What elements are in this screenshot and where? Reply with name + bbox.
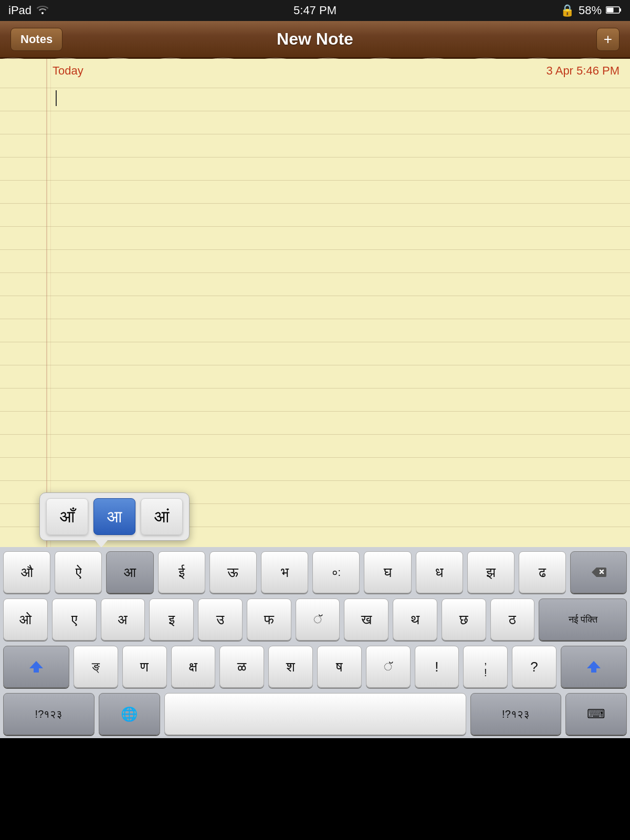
popup-key-2[interactable]: आं bbox=[141, 498, 183, 535]
key-row-1: औ ऐ आ ई ऊ भ ०: घ ध झ ढ bbox=[3, 551, 627, 593]
ruled-line bbox=[0, 388, 630, 388]
key-chandrabindu[interactable]: ॅ bbox=[296, 598, 340, 640]
ruled-line bbox=[0, 411, 630, 412]
back-button[interactable]: Notes bbox=[10, 28, 62, 51]
margin-line bbox=[46, 59, 47, 547]
key-ai[interactable]: ऐ bbox=[55, 551, 102, 593]
key-gha[interactable]: घ bbox=[364, 551, 411, 593]
note-area[interactable]: Today 3 Apr 5:46 PM आँ आ आं bbox=[0, 59, 630, 547]
key-nna[interactable]: ण bbox=[122, 646, 167, 688]
key-u[interactable]: उ bbox=[198, 598, 243, 640]
status-left: iPad bbox=[8, 4, 48, 17]
nav-bar: Notes New Note + bbox=[0, 21, 630, 59]
newline-key[interactable]: नई पंक्ति bbox=[539, 598, 627, 640]
battery-percent: 58% bbox=[579, 4, 602, 17]
key-kha[interactable]: ख bbox=[344, 598, 388, 640]
popup-selector: आँ आ आं bbox=[39, 492, 190, 541]
shift-key-right[interactable] bbox=[561, 646, 627, 688]
key-exclaim[interactable]: ! bbox=[415, 646, 459, 688]
text-cursor bbox=[56, 90, 57, 106]
keyboard-dismiss-key[interactable]: ⌨ bbox=[565, 693, 627, 735]
key-row-3: ङ् ण क्ष ळ श ष ॅ ! ,! ? bbox=[3, 646, 627, 688]
key-row-2: ओ ए अ इ उ फ ॅ ख थ छ ठ नई पंक्ति bbox=[3, 598, 627, 640]
key-sha[interactable]: श bbox=[268, 646, 313, 688]
ruled-line bbox=[0, 296, 630, 296]
key-pha[interactable]: फ bbox=[247, 598, 291, 640]
key-nukta[interactable]: ॅ bbox=[366, 646, 411, 688]
key-jha[interactable]: झ bbox=[467, 551, 514, 593]
key-ssa[interactable]: ष bbox=[317, 646, 362, 688]
ruled-line bbox=[0, 203, 630, 204]
svg-rect-1 bbox=[620, 8, 621, 12]
key-ttha[interactable]: ठ bbox=[490, 598, 535, 640]
ruled-line bbox=[0, 457, 630, 458]
key-aa-selected[interactable]: आ bbox=[106, 551, 153, 593]
key-ksha[interactable]: क्ष bbox=[171, 646, 216, 688]
ruled-line bbox=[0, 434, 630, 435]
margin-line2 bbox=[50, 59, 51, 547]
popup-key-0[interactable]: आँ bbox=[46, 498, 88, 535]
battery-icon bbox=[606, 4, 622, 17]
globe-key[interactable]: 🌐 bbox=[99, 693, 160, 735]
status-right: 🔒 58% bbox=[560, 4, 622, 17]
lock-icon: 🔒 bbox=[560, 4, 574, 17]
key-ddha[interactable]: ढ bbox=[519, 551, 566, 593]
keyboard: औ ऐ आ ई ऊ भ ०: घ ध झ ढ ओ ए अ इ उ फ ॅ ख थ… bbox=[0, 547, 630, 738]
key-row-bottom: !?१२३ 🌐 !?१२३ ⌨ bbox=[3, 693, 627, 735]
key-ii[interactable]: ई bbox=[158, 551, 205, 593]
key-visarga[interactable]: ०: bbox=[312, 551, 360, 593]
delete-key[interactable] bbox=[570, 551, 627, 593]
shift-key-left[interactable] bbox=[3, 646, 69, 688]
wifi-icon bbox=[37, 4, 48, 17]
device-label: iPad bbox=[8, 4, 32, 17]
ruled-line bbox=[0, 111, 630, 111]
space-bar[interactable] bbox=[164, 693, 466, 735]
ruled-line bbox=[0, 157, 630, 158]
nav-title: New Note bbox=[277, 29, 353, 49]
key-o[interactable]: ओ bbox=[3, 598, 48, 640]
key-comma-exclaim[interactable]: ,! bbox=[463, 646, 508, 688]
key-tha[interactable]: थ bbox=[393, 598, 437, 640]
ruled-line bbox=[0, 342, 630, 342]
ruled-line bbox=[0, 226, 630, 227]
key-dha[interactable]: ध bbox=[416, 551, 463, 593]
key-question[interactable]: ? bbox=[512, 646, 556, 688]
key-i[interactable]: इ bbox=[149, 598, 194, 640]
ruled-line bbox=[0, 272, 630, 273]
key-lla[interactable]: ळ bbox=[219, 646, 264, 688]
num-key-left[interactable]: !?१२३ bbox=[3, 693, 94, 735]
ruled-line bbox=[0, 88, 630, 88]
ruled-line bbox=[0, 365, 630, 365]
key-bha[interactable]: भ bbox=[261, 551, 308, 593]
key-chha[interactable]: छ bbox=[442, 598, 486, 640]
ruled-line bbox=[0, 319, 630, 319]
status-time: 5:47 PM bbox=[293, 4, 337, 17]
svg-rect-2 bbox=[607, 8, 614, 13]
add-note-button[interactable]: + bbox=[596, 28, 620, 51]
key-uu[interactable]: ऊ bbox=[209, 551, 257, 593]
key-a[interactable]: अ bbox=[101, 598, 145, 640]
ruled-line bbox=[0, 180, 630, 181]
note-lines bbox=[0, 59, 630, 547]
key-e[interactable]: ए bbox=[52, 598, 97, 640]
key-nga[interactable]: ङ् bbox=[74, 646, 118, 688]
num-key-right[interactable]: !?१२३ bbox=[470, 693, 562, 735]
ruled-line bbox=[0, 249, 630, 250]
ruled-line bbox=[0, 134, 630, 134]
key-au[interactable]: औ bbox=[3, 551, 50, 593]
ruled-line bbox=[0, 480, 630, 481]
status-bar: iPad 5:47 PM 🔒 58% bbox=[0, 0, 630, 21]
popup-key-1[interactable]: आ bbox=[93, 498, 135, 535]
